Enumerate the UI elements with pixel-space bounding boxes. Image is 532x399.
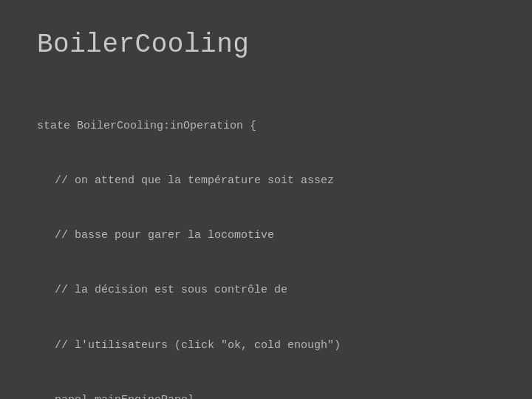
- code-line-5: // l'utilisateurs (click "ok, cold enoug…: [37, 337, 495, 355]
- code-line-3: // basse pour garer la locomotive: [37, 227, 495, 245]
- code-line-2: // on attend que la température soit ass…: [37, 172, 495, 191]
- code-line-1: state BoilerCooling:inOperation {: [37, 117, 495, 136]
- code-block: state BoilerCooling:inOperation { // on …: [37, 81, 495, 399]
- page-title: BoilerCooling: [37, 30, 495, 60]
- page-container: BoilerCooling state BoilerCooling:inOper…: [0, 0, 532, 399]
- code-line-4: // la décision est sous contrôle de: [37, 282, 495, 300]
- code-line-6: panel mainEnginePanel: [37, 392, 495, 399]
